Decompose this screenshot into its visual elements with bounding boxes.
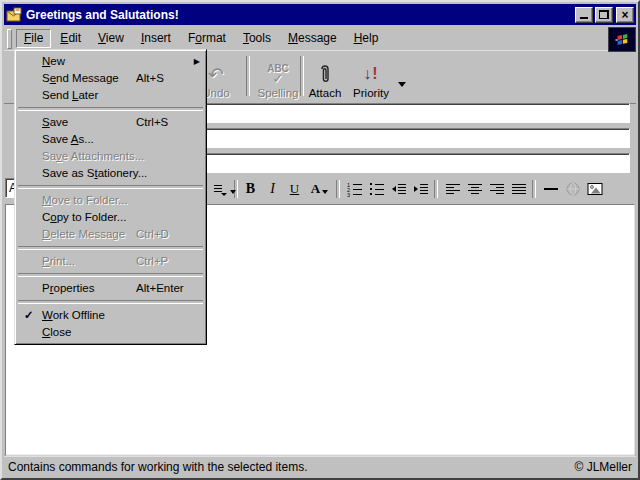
menu-item-label: Save as Stationery... bbox=[42, 167, 147, 179]
priority-dropdown-arrow[interactable] bbox=[398, 82, 406, 87]
menu-item-shortcut: Ctrl+P bbox=[136, 253, 168, 270]
align-left-button[interactable] bbox=[442, 179, 463, 199]
toolbar-separator bbox=[336, 180, 340, 198]
menubar-item-insert[interactable]: Insert bbox=[133, 29, 179, 48]
horizontal-line-button[interactable] bbox=[540, 179, 561, 199]
align-center-icon bbox=[467, 181, 483, 197]
close-button[interactable]: × bbox=[616, 7, 634, 23]
menu-item-close[interactable]: Close bbox=[17, 324, 204, 341]
align-center-button[interactable] bbox=[464, 179, 485, 199]
bold-button[interactable]: B bbox=[240, 179, 261, 199]
spelling-button[interactable]: ABC✓Spelling bbox=[250, 53, 306, 101]
message-compose-window: Greetings and Salutations! × FileEditVie… bbox=[0, 0, 640, 480]
checkmark-icon: ✓ bbox=[24, 307, 34, 324]
hyperlink-button[interactable] bbox=[562, 179, 583, 199]
insert-picture-button[interactable] bbox=[584, 179, 605, 199]
attach-icon bbox=[318, 61, 332, 87]
priority-button[interactable]: ↓!Priority bbox=[348, 53, 394, 101]
windows-logo-box bbox=[608, 27, 636, 52]
justify-icon bbox=[511, 181, 527, 197]
numbered-list-icon: 123 bbox=[347, 181, 363, 197]
undo-icon: ↶ bbox=[208, 61, 224, 87]
insert-picture-icon bbox=[587, 181, 603, 197]
toolbar-grip[interactable] bbox=[7, 29, 12, 49]
restore-button[interactable] bbox=[595, 7, 613, 23]
paragraph-style-button[interactable] bbox=[210, 179, 237, 199]
menu-item-delete-message: Delete MessageCtrl+D bbox=[17, 226, 204, 243]
align-left-icon bbox=[445, 181, 461, 197]
menu-item-save-attachments: Save Attachments... bbox=[17, 148, 204, 165]
align-right-button[interactable] bbox=[486, 179, 507, 199]
restore-icon bbox=[599, 10, 609, 19]
menu-item-shortcut: Alt+S bbox=[136, 70, 164, 87]
minimize-button[interactable] bbox=[575, 7, 593, 23]
menu-item-label: Close bbox=[42, 326, 71, 338]
toolbar-button-label: Priority bbox=[353, 87, 389, 99]
menu-separator bbox=[18, 273, 203, 277]
menubar-item-tools[interactable]: Tools bbox=[235, 29, 279, 48]
submenu-arrow-icon: ▶ bbox=[194, 53, 200, 70]
menubar-item-message[interactable]: Message bbox=[280, 29, 345, 48]
numbered-list-button[interactable]: 123 bbox=[344, 179, 365, 199]
minimize-icon bbox=[580, 17, 588, 19]
menu-item-save-as[interactable]: Save As... bbox=[17, 131, 204, 148]
file-menu: New▶Send MessageAlt+SSend LaterSaveCtrl+… bbox=[14, 49, 207, 345]
toolbar-separator bbox=[532, 180, 536, 198]
toolbar-separator bbox=[434, 180, 438, 198]
menu-bar-items: FileEditViewInsertFormatToolsMessageHelp bbox=[16, 29, 387, 48]
menu-item-label: Send Message bbox=[42, 72, 119, 84]
svg-text:3: 3 bbox=[347, 192, 350, 198]
justify-button[interactable] bbox=[508, 179, 529, 199]
menu-item-properties[interactable]: PropertiesAlt+Enter bbox=[17, 280, 204, 297]
menubar-item-file[interactable]: File bbox=[16, 29, 51, 48]
menu-item-shortcut: Ctrl+D bbox=[136, 226, 169, 243]
menu-item-print: Print...Ctrl+P bbox=[17, 253, 204, 270]
menu-separator bbox=[18, 300, 203, 304]
align-right-icon bbox=[489, 181, 505, 197]
menubar-item-edit[interactable]: Edit bbox=[52, 29, 89, 48]
increase-indent-icon bbox=[413, 181, 429, 197]
menu-item-send-message[interactable]: Send MessageAlt+S bbox=[17, 70, 204, 87]
menu-item-send-later[interactable]: Send Later bbox=[17, 87, 204, 104]
font-color-button[interactable]: A bbox=[306, 179, 333, 199]
menu-item-label: Work Offline bbox=[42, 309, 105, 321]
toolbar-button-label: Attach bbox=[309, 87, 342, 99]
windows-logo-icon bbox=[613, 32, 631, 48]
menu-separator bbox=[18, 107, 203, 111]
menu-item-label: Move to Folder... bbox=[42, 194, 128, 206]
increase-indent-button[interactable] bbox=[410, 179, 431, 199]
title-bar[interactable]: Greetings and Salutations! × bbox=[4, 4, 636, 25]
menu-item-copy-to-folder[interactable]: Copy to Folder... bbox=[17, 209, 204, 226]
menu-item-move-to-folder: Move to Folder... bbox=[17, 192, 204, 209]
paragraph-style-icon bbox=[212, 181, 236, 197]
horizontal-line-icon bbox=[543, 181, 559, 197]
menubar-item-help[interactable]: Help bbox=[346, 29, 387, 48]
bullet-list-button[interactable] bbox=[366, 179, 387, 199]
compose-message-icon bbox=[6, 7, 22, 23]
menu-item-work-offline[interactable]: ✓Work Offline bbox=[17, 307, 204, 324]
menu-item-label: Send Later bbox=[42, 89, 98, 101]
menu-bar: FileEditViewInsertFormatToolsMessageHelp bbox=[4, 27, 636, 51]
attach-button[interactable]: Attach bbox=[302, 53, 348, 101]
toolbar-button-label: Spelling bbox=[258, 87, 299, 99]
menubar-item-view[interactable]: View bbox=[90, 29, 132, 48]
menu-item-label: Delete Message bbox=[42, 228, 125, 240]
menu-item-save-as-stationery[interactable]: Save as Stationery... bbox=[17, 165, 204, 182]
underline-button[interactable]: U bbox=[284, 179, 305, 199]
italic-button[interactable]: I bbox=[262, 179, 283, 199]
menu-item-label: Save As... bbox=[42, 133, 94, 145]
menu-item-label: New bbox=[42, 55, 65, 67]
status-text: Contains commands for working with the s… bbox=[8, 460, 307, 474]
credit-text: © JLMeller bbox=[574, 460, 632, 474]
menu-item-save[interactable]: SaveCtrl+S bbox=[17, 114, 204, 131]
menu-separator bbox=[18, 185, 203, 189]
window-title: Greetings and Salutations! bbox=[26, 8, 573, 22]
menu-item-label: Save bbox=[42, 116, 68, 128]
decrease-indent-button[interactable] bbox=[388, 179, 409, 199]
close-icon: × bbox=[621, 10, 628, 20]
hyperlink-icon bbox=[565, 181, 581, 197]
menu-separator bbox=[18, 246, 203, 250]
menu-item-new[interactable]: New▶ bbox=[17, 53, 204, 70]
underline-icon: U bbox=[290, 181, 299, 197]
menubar-item-format[interactable]: Format bbox=[180, 29, 234, 48]
